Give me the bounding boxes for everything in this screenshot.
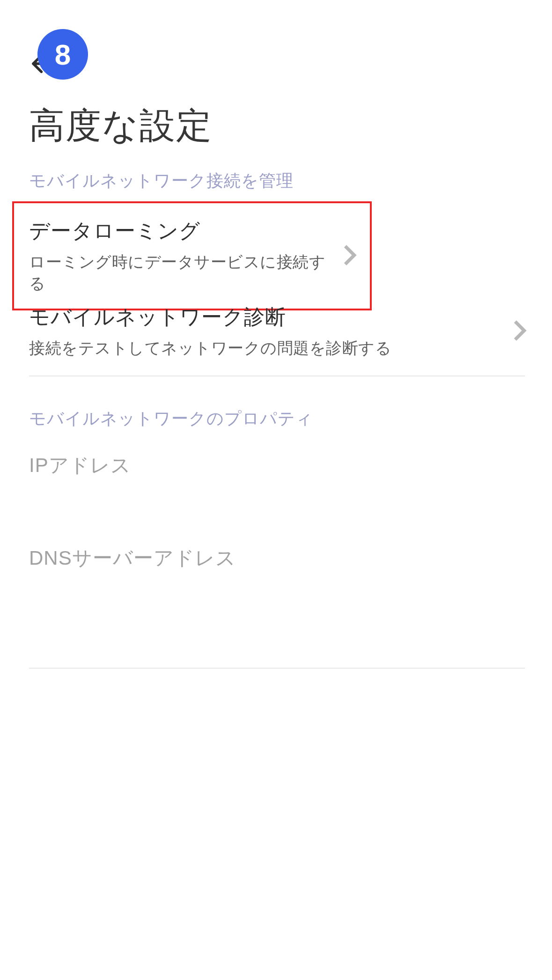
divider [29,376,525,376]
property-label-ip-address: IPアドレス [29,452,131,479]
list-item-title: モバイルネットワーク診断 [29,303,391,331]
list-item-network-diagnostics[interactable]: モバイルネットワーク診断 接続をテストしてネットワークの問題を診断する [0,287,552,375]
list-item-subtitle: 接続をテストしてネットワークの問題を診断する [29,338,391,359]
section-header-network-manage: モバイルネットワーク接続を管理 [0,169,552,192]
list-item-title: データローミング [29,217,333,245]
divider [29,668,525,669]
section-header-network-properties: モバイルネットワークのプロパティ [0,407,552,430]
step-badge: 8 [37,29,88,80]
step-badge-number: 8 [55,38,71,71]
list-item-texts: データローミング ローミング時にデータサービスに接続する [29,217,333,295]
property-label-dns-address: DNSサーバーアドレス [29,545,236,571]
chevron-right-icon [343,244,357,268]
chevron-right-icon [513,319,527,344]
page-title: 高度な設定 [29,102,213,150]
list-item-texts: モバイルネットワーク診断 接続をテストしてネットワークの問題を診断する [29,303,391,359]
